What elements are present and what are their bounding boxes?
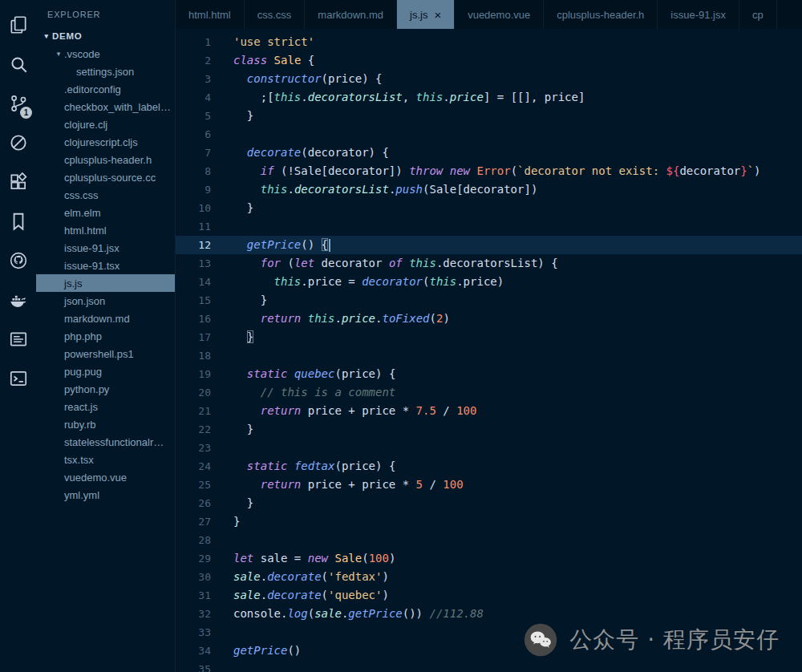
tree-item-settings.json[interactable]: settings.json	[36, 63, 175, 80]
code-line-18[interactable]: 18	[176, 346, 802, 365]
tab-label: css.css	[257, 9, 292, 21]
tree-item-elm.elm[interactable]: elm.elm	[36, 204, 175, 221]
tree-item-cplusplus-source.cc[interactable]: cplusplus-source.cc	[36, 168, 175, 186]
code-text: class Sale {	[222, 51, 314, 70]
circle-slash-icon[interactable]	[0, 123, 36, 162]
search-icon[interactable]	[0, 44, 36, 83]
code-token: }	[233, 515, 240, 528]
extensions-icon[interactable]	[0, 162, 36, 201]
tree-item-.vscode[interactable]: ▾.vscode	[36, 45, 175, 63]
code-line-4[interactable]: 4 ;[this.decoratorsList, this.price] = […	[176, 88, 802, 107]
code-token: sale	[314, 607, 342, 620]
code-line-1[interactable]: 1'use strict'	[176, 33, 802, 51]
line-number: 3	[176, 70, 222, 88]
tree-item-issue-91.jsx[interactable]: issue-91.jsx	[36, 239, 175, 257]
tree-item-clojure.clj[interactable]: clojure.clj	[36, 115, 175, 133]
code-token: )	[382, 589, 388, 601]
tree-item-vuedemo.vue[interactable]: vuedemo.vue	[36, 468, 175, 486]
close-icon[interactable]: ×	[434, 9, 441, 21]
docker-icon[interactable]	[0, 280, 36, 319]
code-line-20[interactable]: 20 // this is a comment	[176, 383, 802, 402]
code-line-24[interactable]: 24 static fedtax(price) {	[176, 457, 802, 476]
tree-item-issue-91.tsx[interactable]: issue-91.tsx	[36, 257, 175, 274]
code-token: Sale	[334, 552, 362, 565]
tab-js.js[interactable]: js.js×	[397, 0, 455, 29]
code-line-14[interactable]: 14 this.price = decorator(this.price)	[176, 273, 802, 291]
line-number: 7	[176, 144, 222, 162]
code-line-7[interactable]: 7 decorate(decorator) {	[176, 144, 802, 162]
code-line-8[interactable]: 8 if (!Sale[decorator]) throw new Error(…	[176, 162, 802, 180]
tree-item-json.json[interactable]: json.json	[36, 292, 175, 310]
files-icon[interactable]	[0, 5, 36, 44]
tree-item-tsx.tsx[interactable]: tsx.tsx	[36, 451, 175, 468]
code-line-2[interactable]: 2class Sale {	[176, 51, 802, 70]
code-line-12[interactable]: 12 getPrice() {	[176, 236, 802, 254]
code-token	[403, 257, 409, 269]
item-label: .editorconfig	[64, 83, 121, 95]
code-text: }	[222, 328, 253, 346]
code-line-30[interactable]: 30sale.decorate('fedtax')	[176, 568, 802, 586]
tree-item-markdown.md[interactable]: markdown.md	[36, 310, 175, 327]
tab-issue-91.jsx[interactable]: issue-91.jsx	[658, 0, 739, 29]
tree-item-yml.yml[interactable]: yml.yml	[36, 486, 175, 504]
tree-item-html.html[interactable]: html.html	[36, 221, 175, 239]
code-line-13[interactable]: 13 for (let decorator of this.decorators…	[176, 254, 802, 273]
code-line-15[interactable]: 15 }	[176, 291, 802, 310]
code-line-29[interactable]: 29let sale = new Sale(100)	[176, 549, 802, 568]
code-line-28[interactable]: 28	[176, 531, 802, 549]
code-token	[233, 478, 261, 491]
code-token: /	[436, 404, 456, 417]
bookmark-icon[interactable]	[0, 201, 36, 241]
code-line-27[interactable]: 27}	[176, 512, 802, 531]
code-editor[interactable]: 1'use strict'2class Sale {3 constructor(…	[176, 29, 802, 672]
source-control-icon[interactable]: 1	[0, 83, 36, 123]
code-token: new	[308, 552, 328, 565]
tree-item-demo[interactable]: ▾DEMO	[36, 27, 175, 45]
tab-vuedemo.vue[interactable]: vuedemo.vue	[455, 0, 544, 29]
tab-cplusplus-header.h[interactable]: cplusplus-header.h	[544, 0, 658, 29]
code-line-26[interactable]: 26 }	[176, 494, 802, 512]
tree-item-php.php[interactable]: php.php	[36, 327, 175, 345]
code-line-23[interactable]: 23	[176, 439, 802, 457]
tree-item-statelessfunctionalr-[interactable]: statelessfunctionalr…	[36, 433, 175, 451]
line-number: 9	[176, 180, 222, 199]
tree-item-pug.pug[interactable]: pug.pug	[36, 362, 175, 380]
tree-item-python.py[interactable]: python.py	[36, 380, 175, 398]
code-line-19[interactable]: 19 static quebec(price) {	[176, 365, 802, 383]
tree-item-js.js[interactable]: js.js	[36, 274, 175, 292]
tab-cp[interactable]: cp	[739, 0, 777, 29]
code-token: of	[389, 257, 403, 269]
github-icon[interactable]	[0, 241, 36, 280]
code-line-17[interactable]: 17 }	[176, 328, 802, 346]
code-line-21[interactable]: 21 return price + price * 7.5 / 100	[176, 402, 802, 420]
code-line-6[interactable]: 6	[176, 125, 802, 144]
code-line-35[interactable]: 35	[176, 660, 802, 672]
tab-html.html[interactable]: html.html	[176, 0, 245, 29]
code-line-11[interactable]: 11	[176, 217, 802, 236]
code-line-9[interactable]: 9 this.decoratorsList.push(Sale[decorato…	[176, 180, 802, 199]
code-line-25[interactable]: 25 return price + price * 5 / 100	[176, 476, 802, 494]
code-line-16[interactable]: 16 return this.price.toFixed(2)	[176, 310, 802, 328]
code-line-31[interactable]: 31sale.decorate('quebec')	[176, 586, 802, 605]
tree-item-checkbox-with-label-[interactable]: checkbox_with_label…	[36, 98, 175, 115]
tab-markdown.md[interactable]: markdown.md	[305, 0, 397, 29]
browser-preview-icon[interactable]	[0, 319, 36, 358]
tab-css.css[interactable]: css.css	[245, 0, 306, 29]
code-text	[222, 439, 233, 457]
item-label: python.py	[64, 383, 109, 395]
code-line-10[interactable]: 10 }	[176, 199, 802, 217]
code-line-3[interactable]: 3 constructor(price) {	[176, 70, 802, 88]
terminal-icon[interactable]	[0, 358, 36, 398]
code-text: return this.price.toFixed(2)	[222, 310, 450, 328]
code-line-5[interactable]: 5 }	[176, 107, 802, 125]
code-text	[222, 217, 233, 236]
tree-item-clojurescript.cljs[interactable]: clojurescript.cljs	[36, 133, 175, 151]
tree-item-react.js[interactable]: react.js	[36, 398, 175, 415]
tree-item-ruby.rb[interactable]: ruby.rb	[36, 415, 175, 433]
tree-item-.editorconfig[interactable]: .editorconfig	[36, 80, 175, 98]
tree-item-css.css[interactable]: css.css	[36, 186, 175, 204]
code-line-22[interactable]: 22 }	[176, 420, 802, 439]
code-line-32[interactable]: 32console.log(sale.getPrice()) //112.88	[176, 605, 802, 623]
tree-item-powershell.ps1[interactable]: powershell.ps1	[36, 345, 175, 362]
tree-item-cplusplus-header.h[interactable]: cplusplus-header.h	[36, 151, 175, 168]
